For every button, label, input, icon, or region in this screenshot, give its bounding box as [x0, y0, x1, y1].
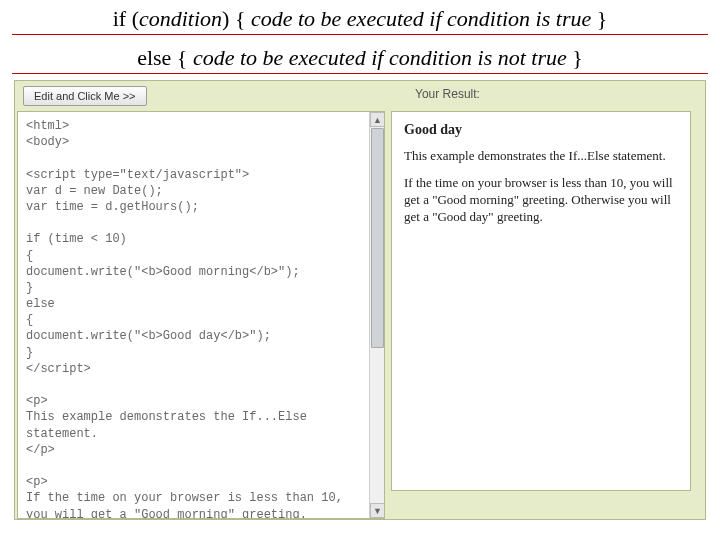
syntax-line-1: if (condition) { code to be executed if … [0, 0, 720, 34]
underline-1 [12, 34, 708, 35]
edit-button[interactable]: Edit and Click Me >> [23, 86, 147, 106]
scroll-down-icon[interactable]: ▼ [370, 503, 385, 518]
result-heading: Good day [404, 122, 678, 138]
cond: condition [139, 6, 222, 31]
syntax-line-2: else { code to be executed if condition … [0, 39, 720, 73]
scroll-thumb[interactable] [371, 128, 384, 348]
body-false: code to be executed if condition is not … [193, 45, 567, 70]
result-p1: This example demonstrates the If...Else … [404, 148, 678, 165]
scroll-up-icon[interactable]: ▲ [370, 112, 385, 127]
underline-2 [12, 73, 708, 74]
slide: if (condition) { code to be executed if … [0, 0, 720, 540]
code-pane[interactable]: <html> <body> <script type="text/javascr… [17, 111, 385, 519]
scrollbar[interactable]: ▲ ▼ [369, 112, 384, 518]
brace-open: ) { [222, 6, 251, 31]
tryit-editor: Edit and Click Me >> Your Result: <html>… [14, 80, 706, 520]
brace-close-2: } [567, 45, 583, 70]
result-p2: If the time on your browser is less than… [404, 175, 678, 226]
kw-if: if ( [113, 6, 139, 31]
panes: <html> <body> <script type="text/javascr… [15, 111, 705, 519]
toolbar: Edit and Click Me >> [15, 81, 705, 111]
code-text[interactable]: <html> <body> <script type="text/javascr… [18, 112, 384, 519]
result-pane: Good day This example demonstrates the I… [391, 111, 691, 491]
brace-close: } [591, 6, 607, 31]
kw-else: else { [137, 45, 193, 70]
result-label: Your Result: [415, 87, 480, 101]
body-true: code to be executed if condition is true [251, 6, 591, 31]
